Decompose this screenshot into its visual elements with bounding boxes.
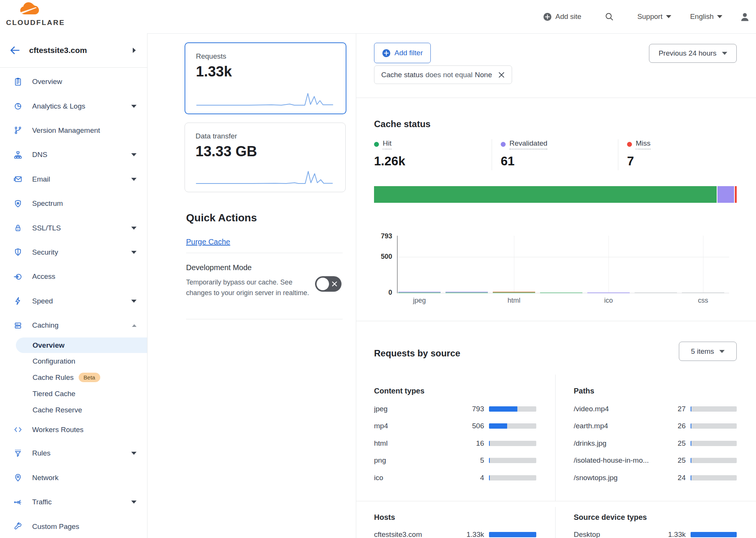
sidebar-item-dns[interactable]: DNS: [0, 143, 147, 167]
hit-label[interactable]: Hit: [383, 139, 391, 149]
row-label: /earth.mp4: [574, 422, 608, 430]
add-site-button[interactable]: Add site: [543, 12, 581, 21]
list-item[interactable]: /isolated-house-in-mo... 25: [574, 452, 737, 470]
row-value: 25: [666, 439, 686, 448]
development-mode-description: Temporarily bypass our cache. See change…: [186, 277, 313, 299]
chevron-up-icon: [132, 324, 137, 327]
add-filter-button[interactable]: Add filter: [374, 43, 431, 63]
bar-segment-hit: [446, 292, 488, 293]
sidebar-item-label: Analytics & Logs: [32, 102, 85, 110]
support-label: Support: [637, 12, 663, 21]
language-label: English: [690, 12, 714, 21]
revalidated-segment[interactable]: [717, 186, 734, 203]
hosts-header: Hosts: [374, 513, 395, 522]
sidebar-item-caching[interactable]: Caching: [0, 313, 147, 337]
cache-status-title: Cache status: [374, 119, 430, 129]
time-range-select[interactable]: Previous 24 hours: [649, 44, 737, 63]
items-count-select[interactable]: 5 items: [679, 342, 737, 361]
list-item[interactable]: /snowtops.jpg 24: [574, 469, 737, 487]
bar-ico[interactable]: [587, 292, 630, 293]
bar-jpeg[interactable]: [398, 292, 441, 293]
sidebar-item-access[interactable]: Access: [0, 264, 147, 289]
sidebar-item-traffic[interactable]: Traffic: [0, 490, 147, 514]
list-item[interactable]: html 16: [374, 435, 536, 452]
miss-label[interactable]: Miss: [636, 139, 650, 149]
cloudflare-cloud-icon: [19, 2, 42, 17]
sidebar-item-label: Security: [32, 248, 58, 257]
divider: [356, 98, 756, 98]
sidebar-item-workers-routes[interactable]: Workers Routes: [0, 418, 147, 441]
support-menu[interactable]: Support: [637, 12, 671, 21]
submenu-item-configuration[interactable]: Configuration: [0, 353, 147, 369]
row-value: 1.33k: [666, 530, 686, 538]
sidebar-item-analytics[interactable]: Analytics & Logs: [0, 94, 147, 118]
submenu-item-cache-rules[interactable]: Cache Rules Beta: [0, 369, 147, 386]
list-item[interactable]: mp4 506: [374, 418, 536, 435]
server-stack-icon: [14, 321, 22, 330]
submenu-item-label: Configuration: [33, 357, 75, 365]
header-actions: Add site Support English: [543, 0, 750, 33]
data-transfer-metric-card[interactable]: Data transfer 13.33 GB: [185, 123, 346, 192]
bar-css[interactable]: [682, 292, 724, 293]
filter-operator: does not equal: [425, 71, 473, 79]
plus-circle-icon: [382, 49, 391, 58]
list-item[interactable]: /earth.mp4 26: [574, 418, 737, 435]
sidebar-item-version-management[interactable]: Version Management: [0, 118, 147, 143]
back-arrow-icon[interactable]: [9, 45, 20, 56]
time-range-label: Previous 24 hours: [658, 49, 716, 58]
chevron-down-icon: [131, 227, 137, 230]
lightning-icon: [14, 297, 22, 305]
account-menu[interactable]: [740, 12, 750, 22]
requests-card-value: 1.33k: [196, 64, 346, 80]
sidebar-item-security[interactable]: Security: [0, 240, 147, 264]
sidebar-item-overview[interactable]: Overview: [0, 70, 147, 94]
language-menu[interactable]: English: [690, 12, 722, 21]
sidebar-item-ssl-tls[interactable]: SSL/TLS: [0, 216, 147, 240]
bar-segment-hit: [540, 292, 582, 293]
stat-revalidated: Revalidated 61: [501, 139, 547, 168]
hit-segment[interactable]: [374, 186, 717, 203]
sidebar-item-network[interactable]: Network: [0, 466, 147, 490]
close-icon[interactable]: [498, 72, 505, 78]
sidebar-item-spectrum[interactable]: Spectrum: [0, 191, 147, 216]
sidebar-item-speed[interactable]: Speed: [0, 289, 147, 313]
submenu-item-overview[interactable]: Overview: [16, 337, 147, 353]
bar-html[interactable]: [493, 292, 535, 293]
requests-metric-card[interactable]: Requests 1.33k: [185, 42, 346, 114]
requests-by-source-title: Requests by source: [374, 348, 460, 359]
list-item[interactable]: /video.mp4 27: [574, 400, 737, 418]
miss-segment[interactable]: [735, 186, 737, 203]
filter-field: Cache status: [381, 71, 423, 79]
list-item[interactable]: /drinks.jpg 25: [574, 435, 737, 452]
code-brackets-icon: [14, 425, 22, 434]
row-bar: [489, 532, 536, 537]
site-switcher[interactable]: cftestsite3.com: [0, 33, 147, 68]
list-item[interactable]: Desktop 1.33k: [574, 526, 737, 538]
bar-png[interactable]: [540, 292, 582, 293]
development-mode-toggle[interactable]: [315, 276, 342, 292]
submenu-item-cache-reserve[interactable]: Cache Reserve: [0, 402, 147, 418]
revalidated-label[interactable]: Revalidated: [509, 139, 547, 149]
row-bar: [489, 406, 536, 412]
row-label: /drinks.jpg: [574, 439, 607, 448]
row-value: 26: [666, 422, 686, 430]
cloudflare-logo[interactable]: CLOUDFLARE: [6, 2, 55, 27]
sidebar-item-email[interactable]: Email: [0, 167, 147, 191]
row-bar: [489, 475, 536, 480]
list-item[interactable]: cftestsite3.com 1.33k: [374, 526, 536, 538]
sidebar-item-custom-pages[interactable]: Custom Pages: [0, 514, 147, 538]
list-item[interactable]: png 5: [374, 452, 536, 470]
wrench-icon: [14, 522, 22, 531]
sidebar-item-rules[interactable]: Rules: [0, 441, 147, 465]
bar-other-1[interactable]: [635, 292, 677, 293]
purge-cache-link[interactable]: Purge Cache: [186, 238, 230, 246]
envelope-icon: [14, 175, 22, 183]
submenu-item-tiered-cache[interactable]: Tiered Cache: [0, 386, 147, 402]
row-label: /snowtops.jpg: [574, 474, 618, 482]
list-item[interactable]: jpeg 793: [374, 400, 536, 418]
bar-mp4[interactable]: [446, 292, 488, 293]
bar-segment-hit: [398, 292, 441, 293]
list-item[interactable]: ico 4: [374, 469, 536, 487]
search-button[interactable]: [605, 12, 614, 21]
chevron-right-icon[interactable]: [133, 48, 136, 53]
